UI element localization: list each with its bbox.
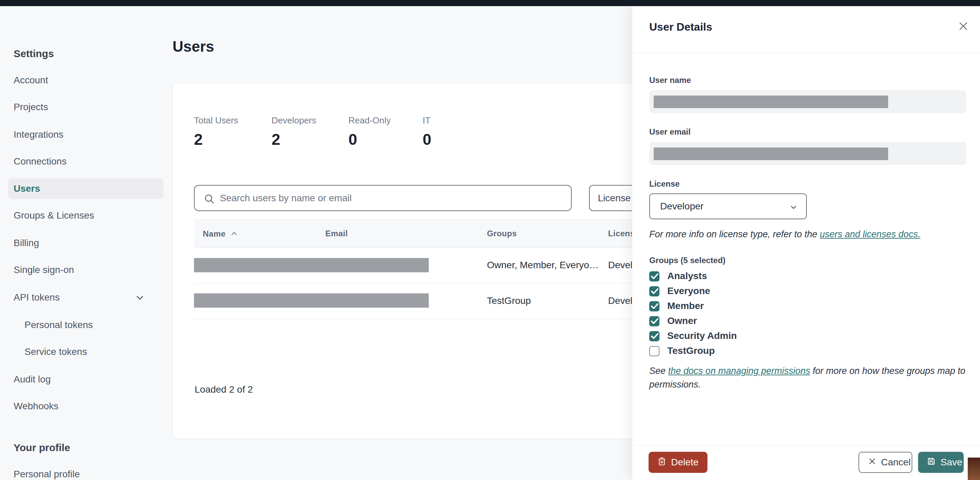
sidebar-item-api-tokens[interactable]: API tokens [14, 291, 60, 304]
group-option-label: Analysts [667, 271, 707, 282]
sidebar-item-connections[interactable]: Connections [14, 155, 67, 168]
stat-it: IT 0 [423, 115, 431, 149]
stat-label: Total Users [194, 115, 238, 126]
user-name-label: User name [649, 76, 691, 85]
cancel-button[interactable]: Cancel [859, 452, 912, 473]
redacted-value [654, 147, 888, 160]
license-note: For more info on license type, refer to … [649, 227, 969, 241]
page-title: Users [172, 38, 214, 55]
stat-value: 0 [348, 130, 391, 149]
close-icon[interactable] [958, 21, 969, 32]
loaded-count-text: Loaded 2 of 2 [195, 384, 253, 395]
user-name-field[interactable] [649, 90, 966, 113]
sidebar-item-users[interactable]: Users [14, 182, 40, 195]
stat-developers: Developers 2 [272, 115, 317, 149]
group-option-label: Security Admin [667, 330, 737, 341]
stat-value: 0 [423, 130, 431, 149]
permissions-note: See the docs on managing permissions for… [649, 364, 966, 391]
group-option-label: Member [667, 301, 704, 311]
stat-value: 2 [272, 130, 317, 149]
sidebar-item-single-sign-on[interactable]: Single sign-on [14, 264, 74, 276]
trash-icon [657, 456, 666, 469]
redacted-name-email [194, 293, 429, 308]
stat-label: Developers [272, 115, 317, 126]
checkbox-testgroup[interactable] [649, 346, 659, 356]
cell-groups: Owner, Member, Everyo… [487, 260, 598, 271]
user-details-panel: User Details User name User email Licens… [632, 6, 980, 480]
sidebar-item-projects[interactable]: Projects [14, 101, 48, 113]
user-search-box[interactable] [194, 185, 572, 211]
group-option-label: Owner [667, 315, 697, 326]
groups-label: Groups (5 selected) [649, 256, 725, 265]
chevron-down-icon [789, 203, 798, 213]
sidebar-item-billing[interactable]: Billing [14, 237, 39, 249]
user-email-label: User email [649, 127, 690, 137]
sidebar-item-personal-profile[interactable]: Personal profile [14, 468, 80, 480]
sidebar-item-account[interactable]: Account [14, 74, 48, 86]
license-select[interactable]: Developer [649, 193, 807, 219]
your-profile-heading: Your profile [14, 441, 70, 454]
stat-read-only: Read-Only 0 [348, 115, 391, 149]
sidebar-item-audit-log[interactable]: Audit log [14, 373, 51, 385]
column-header-email[interactable]: Email [325, 229, 348, 238]
search-icon [204, 193, 215, 206]
settings-sidebar: Settings Account Projects Integrations C… [0, 6, 170, 480]
settings-heading: Settings [14, 47, 54, 60]
users-licenses-docs-link[interactable]: users and licenses docs. [820, 229, 920, 239]
group-option-label: Everyone [667, 285, 710, 296]
delete-button[interactable]: Delete [649, 452, 708, 473]
checkbox-security-admin[interactable] [649, 331, 659, 341]
sidebar-item-webhooks[interactable]: Webhooks [14, 400, 59, 412]
managing-permissions-docs-link[interactable]: the docs on managing permissions [668, 366, 810, 376]
group-option-label: TestGroup [667, 345, 714, 356]
panel-footer: Delete Cancel Save [632, 445, 980, 480]
search-input[interactable] [220, 186, 563, 210]
checkbox-everyone[interactable] [649, 286, 659, 296]
top-bar [0, 0, 980, 6]
column-header-name[interactable]: Name [203, 229, 238, 239]
divider [632, 53, 980, 53]
checkbox-analysts[interactable] [649, 271, 659, 282]
stat-label: IT [423, 115, 431, 126]
user-email-field[interactable] [649, 142, 966, 165]
chevron-down-icon[interactable] [134, 292, 145, 303]
redacted-name-email [194, 258, 429, 272]
redacted-value [654, 95, 888, 108]
panel-title: User Details [649, 21, 712, 33]
cell-groups: TestGroup [487, 295, 531, 306]
checkbox-owner[interactable] [649, 316, 659, 326]
save-disk-icon [927, 457, 936, 468]
stat-value: 2 [194, 130, 238, 149]
save-button[interactable]: Save [918, 452, 964, 473]
x-icon [868, 457, 876, 468]
corner-artifact [968, 458, 980, 480]
stat-total-users: Total Users 2 [194, 115, 238, 149]
stat-label: Read-Only [348, 115, 391, 126]
sort-ascending-icon [231, 229, 238, 238]
license-selected-value: Developer [660, 201, 704, 212]
column-header-groups[interactable]: Groups [487, 229, 517, 238]
license-label: License [649, 179, 679, 189]
sidebar-item-personal-tokens[interactable]: Personal tokens [24, 319, 93, 331]
checkbox-member[interactable] [649, 301, 659, 311]
sidebar-item-service-tokens[interactable]: Service tokens [24, 346, 87, 358]
sidebar-item-integrations[interactable]: Integrations [14, 128, 63, 141]
sidebar-item-groups-licenses[interactable]: Groups & Licenses [14, 209, 94, 222]
